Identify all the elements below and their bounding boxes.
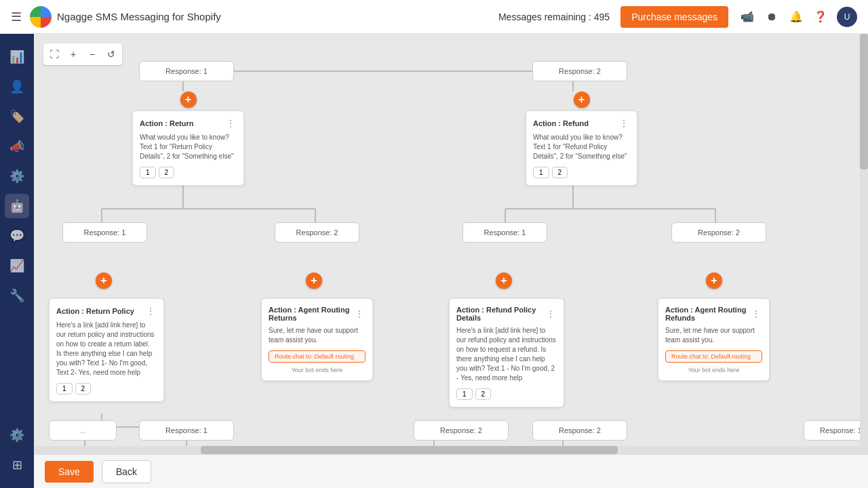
zoom-fit-button[interactable]: ⛶: [46, 46, 62, 62]
response-node-r1-refund: Response: 1: [462, 222, 547, 243]
sidebar-item-reports[interactable]: 📈: [5, 253, 29, 278]
add-button-refund-policy[interactable]: +: [496, 272, 512, 289]
response-node-r1-return: Response: 1: [62, 222, 147, 243]
action-refund-buttons: 1 2: [533, 167, 630, 178]
action-return-container: + Action : Return ⋮ What would you like …: [132, 92, 244, 186]
action-node-refund: Action : Refund ⋮ What would you like to…: [526, 110, 637, 186]
action-agent-refunds-route: Route chat to: Default routing: [665, 350, 762, 363]
sidebar-item-integrations[interactable]: 🔧: [5, 283, 29, 308]
zoom-in-button[interactable]: +: [65, 46, 81, 62]
add-button-refund-top[interactable]: +: [574, 92, 590, 108]
video-icon[interactable]: 📹: [739, 9, 755, 25]
bell-icon[interactable]: 🔔: [788, 9, 804, 25]
app-title: Ngagge SMS Messaging for Shopify: [57, 11, 221, 22]
sidebar-item-analytics[interactable]: 📊: [5, 45, 29, 69]
user-avatar[interactable]: U: [837, 7, 857, 27]
sidebar-item-grid[interactable]: ⊞: [5, 453, 29, 477]
action-agent-refunds-more-button[interactable]: ⋮: [750, 308, 762, 319]
messages-remaining: Messages remaining : 495: [498, 12, 610, 22]
response-node-r2-refund: Response: 2: [671, 222, 766, 243]
refresh-button[interactable]: ↺: [103, 46, 119, 62]
add-button-agent-refunds[interactable]: +: [706, 272, 722, 289]
response-node-bottom-r2: Response: 1: [139, 420, 234, 441]
bottom-bar: Save Back: [34, 454, 868, 488]
action-refund-more-button[interactable]: ⋮: [618, 118, 630, 129]
app-logo: Ngagge SMS Messaging for Shopify: [30, 6, 221, 28]
zoom-out-button[interactable]: −: [84, 46, 100, 62]
purchase-messages-button[interactable]: Purchase messages: [620, 6, 728, 28]
sidebar-item-contacts[interactable]: 👤: [5, 75, 29, 99]
action-refund-btn-2[interactable]: 2: [552, 167, 568, 178]
plus-btn-agent-refunds[interactable]: +: [706, 272, 722, 289]
action-agent-refunds-end: Your bot ends here: [665, 367, 762, 373]
record-icon[interactable]: ⏺: [764, 9, 780, 25]
add-button-return-policy[interactable]: +: [96, 272, 112, 289]
action-return-policy-btn-2[interactable]: 2: [75, 383, 92, 394]
plus-btn-return-policy[interactable]: +: [96, 272, 112, 289]
sidebar-item-bots[interactable]: 🤖: [5, 194, 29, 218]
response-node-top-2: Response: 2: [532, 61, 627, 81]
header-icons: 📹 ⏺ 🔔 ❓ U: [739, 7, 857, 27]
action-agent-returns-more-button[interactable]: ⋮: [353, 308, 366, 319]
action-refund-container: + Action : Refund ⋮ What would you like …: [526, 92, 637, 186]
action-agent-returns-route: Route chat to: Default routing: [269, 350, 366, 363]
sidebar-item-chat[interactable]: 💬: [5, 224, 29, 248]
response-node-bottom-r4: Response: 2: [532, 420, 627, 441]
response-node-bottom-1: ...: [49, 420, 117, 441]
action-return-policy-more-button[interactable]: ⋮: [144, 306, 157, 317]
action-return-policy-buttons: 1 2: [56, 383, 157, 394]
flow-scroll-area[interactable]: Response: 1 Response: 2 + Action : Retur…: [34, 34, 868, 454]
scrollbar-track-vertical: [860, 34, 868, 454]
flow-canvas-area: ⛶ + − ↺: [34, 34, 868, 488]
action-node-agent-returns: Action : Agent Routing Returns ⋮ Sure, l…: [261, 298, 373, 381]
sidebar-item-campaigns[interactable]: 🏷️: [5, 104, 29, 129]
flow-wrapper: Response: 1 Response: 2 + Action : Retur…: [34, 34, 868, 454]
action-node-agent-refunds: Action : Agent Routing Refunds ⋮ Sure, l…: [658, 298, 770, 381]
response-node-bottom-r5: Response: 1: [804, 420, 868, 441]
response-node-top-1: Response: 1: [139, 61, 234, 81]
scrollbar-thumb-vertical[interactable]: [860, 34, 868, 169]
action-node-return: Action : Return ⋮ What would you like to…: [132, 110, 244, 186]
save-button[interactable]: Save: [45, 461, 94, 483]
action-refund-policy-btn-1[interactable]: 1: [456, 388, 473, 400]
plus-btn-refund-policy[interactable]: +: [496, 272, 512, 289]
canvas-controls: ⛶ + − ↺: [43, 43, 122, 65]
sidebar-item-settings-bottom[interactable]: ⚙️: [5, 423, 29, 447]
add-button-agent-returns[interactable]: +: [306, 272, 322, 289]
help-icon[interactable]: ❓: [812, 9, 829, 25]
action-node-return-policy: Action : Return Policy ⋮ Here's a link […: [49, 298, 164, 402]
action-return-btn-2[interactable]: 2: [159, 167, 175, 178]
scrollbar-thumb-horizontal[interactable]: [201, 446, 618, 454]
response-node-r2-return: Response: 2: [275, 222, 359, 243]
header: ☰ Ngagge SMS Messaging for Shopify Messa…: [0, 0, 868, 34]
action-refund-btn-1[interactable]: 1: [533, 167, 549, 178]
logo-icon: [30, 6, 52, 28]
action-refund-policy-buttons: 1 2: [456, 388, 557, 400]
action-refund-policy-more-button[interactable]: ⋮: [545, 308, 557, 319]
back-button[interactable]: Back: [102, 460, 151, 483]
sidebar-item-broadcasts[interactable]: 📣: [5, 134, 29, 159]
action-return-policy-btn-1[interactable]: 1: [56, 383, 73, 394]
action-return-more-button[interactable]: ⋮: [224, 118, 237, 129]
scrollbar-track-horizontal: [34, 446, 868, 454]
action-agent-returns-end: Your bot ends here: [269, 367, 366, 373]
menu-icon[interactable]: ☰: [11, 9, 22, 24]
action-refund-policy-btn-2[interactable]: 2: [475, 388, 492, 400]
action-return-btn-1[interactable]: 1: [140, 167, 156, 178]
sidebar: 📊 👤 🏷️ 📣 ⚙️ 🤖 💬 📈 🔧 ⚙️ ⊞: [0, 34, 34, 488]
sidebar-item-settings-top[interactable]: ⚙️: [5, 164, 29, 188]
plus-btn-agent-returns[interactable]: +: [306, 272, 322, 289]
response-node-bottom-r3: Response: 2: [414, 420, 509, 441]
add-button-return-top[interactable]: +: [180, 92, 197, 108]
action-node-refund-policy: Action : Refund Policy Details ⋮ Here's …: [449, 298, 564, 407]
action-return-buttons: 1 2: [140, 167, 237, 178]
